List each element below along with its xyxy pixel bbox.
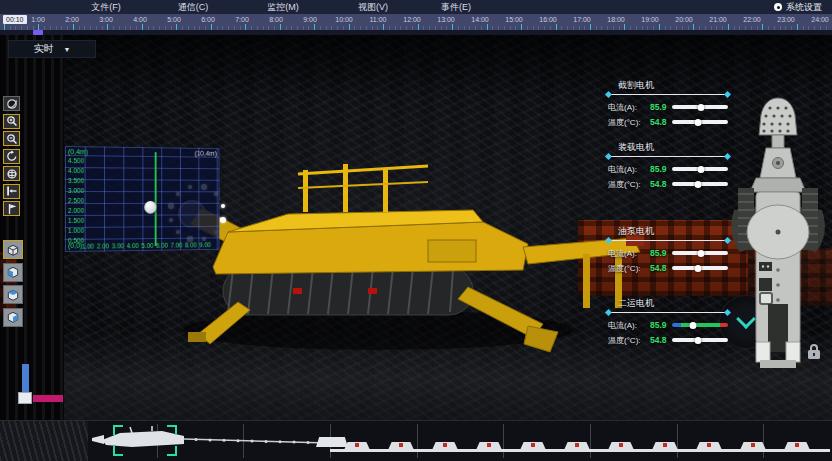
motor-data-row: 温度(°C):54.8 <box>606 178 730 192</box>
conveyor-platform <box>520 442 546 450</box>
motor-row-slider[interactable] <box>672 120 728 124</box>
tool-cube-iso[interactable] <box>3 308 23 327</box>
tool-zoom-out[interactable] <box>3 131 20 146</box>
motor-panel-4: 二运电机电流(A):85.9温度(°C):54.8 <box>606 298 730 349</box>
timeline-hour-label: 13:00 <box>437 15 455 24</box>
realtime-dropdown[interactable]: 实时 ▼ <box>8 40 96 58</box>
timeline-hour-label: 17:00 <box>573 15 591 24</box>
timeline-hour-label: 16:00 <box>539 15 557 24</box>
motor-row-value: 85.9 <box>650 320 667 330</box>
slider-knob[interactable] <box>698 104 705 111</box>
grid-y-label: 4.000 <box>68 167 84 174</box>
grid-y-label: 1.000 <box>68 227 84 234</box>
timeline-position-marker[interactable] <box>33 30 43 35</box>
timeline-hour-label: 18:00 <box>607 15 625 24</box>
platform-marker <box>663 443 667 447</box>
motor-panel-title: 装载电机 <box>606 142 730 152</box>
slider-knob[interactable] <box>694 265 701 272</box>
tool-zoom-in[interactable] <box>3 114 20 129</box>
grid-target-ball[interactable] <box>144 201 156 214</box>
tool-orbit[interactable] <box>3 96 20 111</box>
motor-row-label: 温度(°C): <box>608 179 641 190</box>
motor-data-row: 电流(A):85.9 <box>606 247 730 261</box>
platform-marker <box>399 443 403 447</box>
grid-y-label: 2.000 <box>68 207 84 214</box>
chevron-down-icon: ▼ <box>64 46 71 53</box>
zoom-out-icon <box>6 133 18 145</box>
platform-marker <box>707 443 711 447</box>
menu-item-monitor[interactable]: 监控(M) <box>267 1 299 13</box>
system-settings-button[interactable]: 系统设置 <box>774 1 822 13</box>
flag-icon <box>6 203 18 215</box>
axis-y-bar <box>22 364 29 394</box>
bottom-strip[interactable] <box>0 420 832 461</box>
divider-dot <box>724 309 731 316</box>
slider-knob[interactable] <box>698 166 705 173</box>
tool-cube-solid[interactable] <box>3 240 23 259</box>
motor-row-label: 电流(A): <box>608 102 637 113</box>
divider-dot <box>605 237 612 244</box>
cube-front-icon <box>6 265 20 279</box>
menu-item-view[interactable]: 视图(V) <box>358 1 388 13</box>
belt-transfer-bridge <box>316 437 348 447</box>
slider-knob[interactable] <box>694 181 701 188</box>
motor-row-value: 85.9 <box>650 248 667 258</box>
motor-row-slider[interactable] <box>672 251 728 255</box>
tool-cube-top[interactable] <box>3 285 23 304</box>
conveyor-platform <box>696 442 722 450</box>
motor-row-slider[interactable] <box>672 167 728 171</box>
tool-rotate[interactable] <box>3 149 20 164</box>
timeline-ruler[interactable]: 00:10 1:002:003:004:005:006:007:008:009:… <box>0 14 832 30</box>
timeline-hour-label: 11:00 <box>370 15 387 24</box>
tool-globe[interactable] <box>3 166 20 181</box>
zoom-in-icon <box>6 115 18 127</box>
current-time-badge: 00:10 <box>3 15 27 24</box>
motor-row-label: 温度(°C): <box>608 263 641 274</box>
slider-knob[interactable] <box>694 119 701 126</box>
motor-row-slider[interactable] <box>672 323 728 327</box>
divider-dot <box>724 91 731 98</box>
tool-flag[interactable] <box>3 201 20 216</box>
motor-row-slider[interactable] <box>672 338 728 342</box>
motor-row-value: 54.8 <box>650 179 667 189</box>
grid-y-label: 3.000 <box>68 187 84 194</box>
timeline-hour-label: 15:00 <box>505 15 523 24</box>
menu-item-event[interactable]: 事件(E) <box>441 1 471 13</box>
slider-knob[interactable] <box>698 250 705 257</box>
grid-x-label: 4.00 <box>127 242 139 249</box>
platform-marker <box>443 443 447 447</box>
grid-x-label: 1.00 <box>82 243 94 250</box>
motor-row-label: 温度(°C): <box>608 335 641 346</box>
timeline-hour-label: 21:00 <box>709 15 727 24</box>
globe-icon <box>6 168 18 180</box>
menu-item-comm[interactable]: 通信(C) <box>178 1 209 13</box>
motor-row-value: 54.8 <box>650 263 667 273</box>
grid-x-label: 3.00 <box>112 242 124 249</box>
tool-dock-left[interactable] <box>3 184 20 199</box>
slider-knob[interactable] <box>690 322 697 329</box>
axis-gizmo <box>0 360 80 420</box>
motor-row-slider[interactable] <box>672 182 728 186</box>
cube-iso-icon <box>6 310 20 324</box>
platform-marker <box>355 443 359 447</box>
menu-item-file[interactable]: 文件(F) <box>91 1 121 13</box>
slider-knob[interactable] <box>694 337 701 344</box>
motor-panel-title: 油泵电机 <box>606 226 730 236</box>
motor-panel-2: 装载电机电流(A):85.9温度(°C):54.8 <box>606 142 730 193</box>
panel-divider <box>608 240 728 241</box>
strip-divider <box>677 424 678 458</box>
motor-row-slider[interactable] <box>672 266 728 270</box>
motor-panel-1: 截割电机电流(A):85.9温度(°C):54.8 <box>606 80 730 131</box>
strip-divider <box>590 424 591 458</box>
tool-cube-front[interactable] <box>3 263 23 282</box>
platform-marker <box>795 443 799 447</box>
platform-marker <box>575 443 579 447</box>
lock-icon[interactable] <box>806 344 822 360</box>
orbit-icon <box>6 98 18 110</box>
grid-x-label: 7.00 <box>171 242 183 249</box>
motor-data-row: 电流(A):85.9 <box>606 319 730 333</box>
grid-y-label: 2.500 <box>68 197 84 204</box>
motor-row-slider[interactable] <box>672 105 728 109</box>
timeline-hour-label: 9:00 <box>303 15 317 24</box>
selection-bracket[interactable] <box>113 425 177 456</box>
